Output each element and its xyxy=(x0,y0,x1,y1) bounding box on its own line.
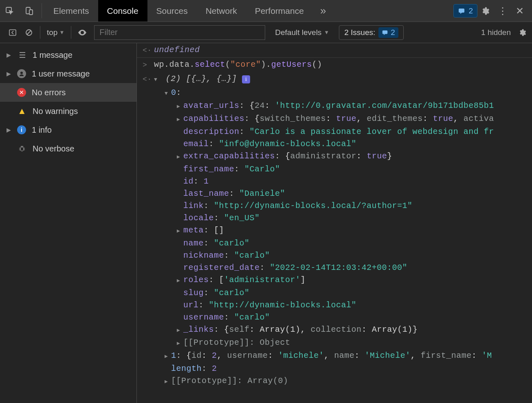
array-preview: [{…}, {…}] xyxy=(186,74,237,83)
chevron-right-icon: ▶ xyxy=(7,52,11,58)
tree-node-meta[interactable]: ▶meta: [] xyxy=(154,224,532,237)
console-command-row[interactable]: > wp.data.select("core").getUsers() xyxy=(137,58,532,72)
inspect-element-icon[interactable] xyxy=(0,0,20,22)
main-split: ▶ 1 message ▶ 1 user message ▶ ✕ No erro… xyxy=(0,43,532,403)
sidebar-label: 1 info xyxy=(32,125,52,135)
tree-node-nickname[interactable]: nickname: "carlo" xyxy=(154,250,532,262)
tab-performance[interactable]: Performance xyxy=(246,0,313,22)
info-icon: i xyxy=(17,125,26,134)
tree-node-index-1[interactable]: ▶1: {id: 2, username: 'michele', name: '… xyxy=(154,350,532,363)
console-filter-input[interactable] xyxy=(94,25,265,40)
devtools-tabbar: Elements Console Sources Network Perform… xyxy=(0,0,532,22)
tree-node-extra-capabilities[interactable]: ▶extra_capabilities: {administrator: tru… xyxy=(154,150,532,163)
sidebar-item-messages[interactable]: ▶ 1 message xyxy=(0,46,136,64)
expand-toggle-icon[interactable]: ▼ xyxy=(165,88,170,100)
return-arrow-icon: <· xyxy=(143,44,150,57)
more-options-icon[interactable]: ⋮ xyxy=(498,5,508,17)
chevron-down-icon: ▼ xyxy=(324,29,329,35)
tree-node-prototype-array[interactable]: ▶[[Prototype]]: Array(0) xyxy=(154,375,532,388)
tree-node-slug[interactable]: slug: "carlo" xyxy=(154,287,532,299)
chevron-right-icon: ▶ xyxy=(7,70,11,77)
svg-rect-3 xyxy=(459,9,464,13)
log-levels-selector[interactable]: Default levels ▼ xyxy=(275,28,329,37)
chevron-right-icon: ▶ xyxy=(7,127,11,133)
tree-node-id[interactable]: id: 1 xyxy=(154,175,532,188)
tree-node-name[interactable]: name: "carlo" xyxy=(154,237,532,250)
hidden-messages[interactable]: 1 hidden xyxy=(481,28,511,37)
log-levels-label: Default levels xyxy=(275,28,321,37)
sidebar-item-user-messages[interactable]: ▶ 1 user message xyxy=(0,64,136,83)
device-toolbar-icon[interactable] xyxy=(20,0,39,22)
tree-node-index-0[interactable]: ▼0: xyxy=(154,87,532,100)
tree-node-capabilities[interactable]: ▶capabilities: {switch_themes: true, edi… xyxy=(154,113,532,126)
clear-console-icon[interactable] xyxy=(22,28,36,37)
svg-point-7 xyxy=(20,72,23,74)
warning-icon: ▲ xyxy=(17,106,27,116)
sidebar-item-info[interactable]: ▶ i 1 info xyxy=(0,120,136,139)
chevron-right-icon[interactable]: ▶ xyxy=(177,151,182,163)
sidebar-item-verbose[interactable]: ▶ No verbose xyxy=(0,139,136,158)
sidebar-label: No warnings xyxy=(33,107,78,116)
console-settings-icon[interactable] xyxy=(518,28,526,37)
console-toolbar: top ▼ Default levels ▼ 2 Issues: 2 1 hid… xyxy=(0,22,532,43)
svg-rect-4 xyxy=(9,30,16,35)
chevron-right-icon[interactable]: ▶ xyxy=(165,350,170,363)
chevron-right-icon[interactable]: ▶ xyxy=(177,337,182,350)
array-count: (2) xyxy=(166,74,181,83)
sidebar-label: 1 message xyxy=(33,50,73,60)
tree-node-email[interactable]: email: "info@dynamic-blocks.local" xyxy=(154,138,532,150)
tree-node-avatar-urls[interactable]: ▶avatar_urls: {24: 'http://0.gravatar.co… xyxy=(154,100,532,113)
tree-node-link[interactable]: link: "http://dynamic-blocks.local/?auth… xyxy=(154,200,532,212)
live-expression-icon[interactable] xyxy=(75,28,89,37)
tree-node-first-name[interactable]: first_name: "Carlo" xyxy=(154,163,532,175)
tree-node-username[interactable]: username: "carlo" xyxy=(154,311,532,324)
devtools-tabs: Elements Console Sources Network Perform… xyxy=(44,0,313,22)
execution-context-selector[interactable]: top ▼ xyxy=(44,28,67,37)
tree-node-url[interactable]: url: "http://dynamic-blocks.local" xyxy=(154,299,532,311)
tree-node-roles[interactable]: ▶roles: ['administrator'] xyxy=(154,274,532,287)
chevron-down-icon: ▼ xyxy=(59,29,64,35)
chevron-right-icon[interactable]: ▶ xyxy=(177,275,182,287)
chevron-right-icon[interactable]: ▶ xyxy=(165,376,170,388)
settings-gear-icon[interactable] xyxy=(481,7,490,15)
console-return-row[interactable]: <· undefined xyxy=(137,43,532,58)
tree-node-locale[interactable]: locale: "en_US" xyxy=(154,212,532,224)
console-result-row[interactable]: <· ▼ (2) [{…}, {…}] i xyxy=(137,72,532,87)
sidebar-item-warnings[interactable]: ▶ ▲ No warnings xyxy=(0,102,136,120)
sidebar-item-errors[interactable]: ▶ ✕ No errors xyxy=(0,83,136,102)
tab-elements[interactable]: Elements xyxy=(44,0,98,22)
command-text: wp.data.select("core").getUsers() xyxy=(154,59,322,71)
issues-label: 2 Issues: xyxy=(344,28,375,37)
more-tabs-icon[interactable]: » xyxy=(313,0,333,22)
tab-sources[interactable]: Sources xyxy=(147,0,197,22)
user-icon xyxy=(17,69,26,78)
svg-point-8 xyxy=(20,147,24,151)
tree-node-links[interactable]: ▶_links: {self: Array(1), collection: Ar… xyxy=(154,324,532,337)
chevron-right-icon[interactable]: ▶ xyxy=(177,114,182,126)
chevron-right-icon[interactable]: ▶ xyxy=(177,225,182,237)
tab-console[interactable]: Console xyxy=(98,0,147,22)
toggle-sidebar-icon[interactable] xyxy=(6,28,20,37)
chevron-right-icon[interactable]: ▶ xyxy=(177,101,182,113)
tree-node-last-name[interactable]: last_name: "Daniele" xyxy=(154,188,532,200)
tree-node-description[interactable]: description: "Carlo is a passionate love… xyxy=(154,126,532,138)
list-icon xyxy=(17,50,27,60)
expand-toggle-icon[interactable]: ▼ xyxy=(154,74,160,86)
return-arrow-icon: <· xyxy=(143,73,150,86)
issues-chip[interactable]: 2 Issues: 2 xyxy=(339,25,404,40)
tree-node-registered-date[interactable]: registered_date: "2022-02-14T12:03:42+00… xyxy=(154,262,532,274)
issues-badge[interactable]: 2 xyxy=(453,4,477,18)
issues-count: 2 xyxy=(391,28,395,37)
svg-rect-2 xyxy=(29,10,33,15)
prompt-arrow-icon: > xyxy=(143,59,150,71)
tree-node-length[interactable]: length: 2 xyxy=(154,363,532,375)
tab-network[interactable]: Network xyxy=(197,0,246,22)
sidebar-label: No errors xyxy=(32,88,66,97)
chevron-right-icon[interactable]: ▶ xyxy=(177,324,182,337)
console-output[interactable]: <· undefined > wp.data.select("core").ge… xyxy=(137,43,532,403)
object-tree[interactable]: ▼0: ▶avatar_urls: {24: 'http://0.gravata… xyxy=(137,87,532,388)
info-badge-icon[interactable]: i xyxy=(242,75,250,83)
tree-node-prototype-0[interactable]: ▶[[Prototype]]: Object xyxy=(154,337,532,350)
close-devtools-icon[interactable]: ✕ xyxy=(516,5,524,17)
sidebar-label: No verbose xyxy=(33,144,74,153)
